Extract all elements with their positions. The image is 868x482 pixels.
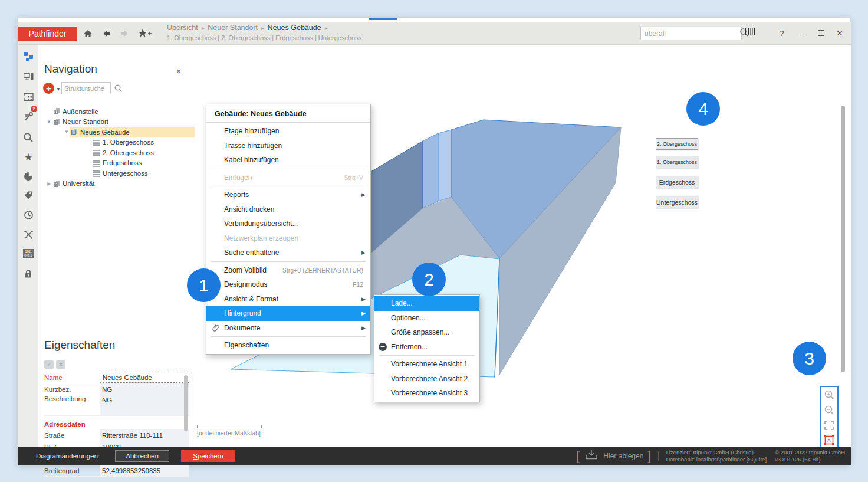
menu-item-designmodus[interactable]: ADesignmodusF12 — [206, 277, 370, 292]
property-value-input[interactable]: Neues Gebäude — [100, 372, 189, 383]
paperclip-icon — [206, 323, 224, 333]
tools-module-icon[interactable]: 2 — [18, 108, 38, 126]
add-favorite-icon[interactable] — [137, 28, 153, 38]
menu-item-zoom-vollbild[interactable]: Zoom VollbildStrg+0 (ZEHNERTASTATUR) — [206, 263, 370, 278]
tree-item-aussenstelle[interactable]: Außenstelle — [38, 106, 195, 117]
submenu-item-vorberechnete-ansicht-3[interactable]: Vorberechnete Ansicht 3 — [374, 386, 479, 401]
save-button[interactable]: Speichern — [181, 450, 235, 462]
app-logo[interactable]: Pathfinder — [18, 27, 77, 41]
floor-icon — [93, 139, 100, 146]
add-node-button[interactable]: + — [43, 83, 54, 94]
global-search-input[interactable] — [641, 29, 739, 38]
floorplan-module-icon[interactable] — [18, 88, 38, 106]
tree-item-neuer-standort[interactable]: ▼ Neuer Standort — [38, 117, 195, 127]
back-icon[interactable] — [101, 28, 113, 38]
building-icon — [70, 128, 78, 136]
property-row-strasse: Straße Ritterstraße 110-111 — [44, 429, 189, 441]
menu-item-eigenschaften[interactable]: Eigenschaften — [206, 338, 370, 353]
structure-search-input[interactable] — [62, 83, 110, 94]
menu-separator — [211, 186, 366, 186]
version-info: © 2001-2022 tripunkt GmbH v3.8.0.126 (64… — [775, 449, 845, 463]
breadcrumb-item-current[interactable]: Neues Gebäude — [268, 24, 328, 32]
drop-label: Hier ablegen — [603, 452, 643, 460]
tree-item-erdgeschoss[interactable]: Erdgeschoss — [38, 158, 195, 169]
menu-item-suche-enthaltene[interactable]: Suche enthaltene▶ — [206, 245, 370, 260]
cancel-button[interactable]: Abbrechen — [115, 450, 169, 462]
callout-marker-2: 2 — [412, 263, 446, 296]
menu-item-reports[interactable]: Reports▶ — [206, 188, 370, 202]
search-module-icon[interactable] — [18, 129, 38, 146]
menu-item-etage-hinzufuegen[interactable]: Etage hinzufügen — [206, 124, 370, 139]
property-value-input[interactable]: NG — [100, 395, 189, 415]
structure-search-icon[interactable] — [114, 84, 123, 95]
breadcrumb-floors[interactable]: 1. Obergeschoss | 2. Obergeschoss | Erdg… — [167, 34, 361, 41]
tree-item-neues-gebaeude[interactable]: ▼ Neues Gebäude — [38, 127, 195, 137]
property-row-beschreibung: Beschreibung NG — [44, 395, 189, 416]
properties-scrollbar[interactable] — [184, 375, 188, 431]
drop-zone[interactable]: [ Hier ablegen ] — [576, 449, 651, 463]
breadcrumb-item[interactable]: Neuer Standort — [208, 24, 264, 32]
submenu-item-vorberechnete-ansicht-2[interactable]: Vorberechnete Ansicht 2 — [374, 372, 479, 386]
structure-module-icon[interactable] — [18, 48, 38, 65]
close-button[interactable]: ✕ — [832, 27, 847, 40]
menu-item-dokumente[interactable]: Dokumente▶ — [206, 321, 370, 336]
property-value-input[interactable]: 52,4998853250835 — [100, 465, 189, 476]
tree-item-1-obergeschoss[interactable]: 1. Obergeschoss — [38, 137, 195, 148]
context-menu: Gebäude: Neues Gebäude Etage hinzufügen … — [206, 104, 371, 355]
restore-button[interactable] — [813, 27, 828, 40]
favorites-module-icon[interactable]: ★ — [18, 148, 38, 166]
tree-item-universitaet[interactable]: ▶ Universität — [38, 179, 195, 189]
menu-item-hintergrund[interactable]: Hintergrund▶ — [206, 306, 370, 321]
property-value-input[interactable]: NG — [100, 383, 189, 395]
zoom-in-icon[interactable] — [824, 389, 835, 403]
submenu-item-optionen[interactable]: Optionen... — [374, 311, 479, 326]
tree-expand-icon[interactable]: ▼ — [45, 119, 52, 124]
submenu-item-groesse-anpassen[interactable]: Größe anpassen... — [374, 325, 479, 340]
floor-button-2-obergeschoss[interactable]: 2. Obergeschoss — [656, 138, 698, 150]
submenu-arrow-icon: ▶ — [361, 325, 366, 331]
building-icon — [52, 118, 60, 126]
apply-properties-button[interactable]: ✓ — [44, 360, 54, 369]
network-module-icon[interactable] — [18, 225, 38, 243]
menu-item-ansicht-format[interactable]: Ansicht & Format▶ — [206, 292, 370, 307]
zoom-out-icon[interactable] — [824, 405, 835, 418]
properties-panel-title: Eigenschaften — [44, 339, 115, 352]
minimize-button[interactable]: — — [794, 27, 810, 40]
barcode-scan-icon[interactable] — [745, 28, 756, 39]
help-button[interactable]: ? — [774, 27, 790, 40]
navigation-close-icon[interactable]: ✕ — [176, 67, 182, 76]
ip-module-icon[interactable]: 192.0.0.1 — [18, 245, 38, 263]
menu-item-ansicht-drucken[interactable]: Ansicht drucken — [206, 202, 370, 217]
history-module-icon[interactable] — [18, 206, 38, 224]
workstation-module-icon[interactable] — [18, 68, 38, 86]
label-tool-icon[interactable]: A — [824, 435, 834, 448]
floor-icon — [93, 149, 100, 156]
breadcrumb-item[interactable]: Übersicht — [167, 24, 205, 32]
tree-expand-icon[interactable]: ▼ — [63, 129, 70, 135]
submenu-item-entfernen[interactable]: Entfernen... — [374, 340, 479, 355]
floor-button-1-obergeschoss[interactable]: 1. Obergeschoss — [656, 156, 698, 168]
property-value-input[interactable]: Ritterstraße 110-111 — [100, 429, 189, 441]
tree-item-untergeschoss[interactable]: Untergeschoss — [38, 168, 195, 179]
reports-module-icon[interactable] — [18, 167, 38, 185]
menu-item-trasse-hinzufuegen[interactable]: Trasse hinzufügen — [206, 139, 370, 153]
navigation-tree: Außenstelle ▼ Neuer Standort ▼ Neues Geb… — [38, 106, 195, 189]
add-node-dropdown-icon[interactable]: ▼ — [56, 87, 61, 92]
tags-module-icon[interactable] — [18, 186, 38, 204]
canvas-scrollbar[interactable] — [841, 106, 845, 372]
submenu-item-vorberechnete-ansicht-1[interactable]: Vorberechnete Ansicht 1 — [374, 357, 479, 372]
tree-item-2-obergeschoss[interactable]: 2. Obergeschoss — [38, 147, 195, 158]
notification-badge: 2 — [31, 106, 37, 112]
home-icon[interactable] — [82, 28, 94, 38]
floor-button-erdgeschoss[interactable]: Erdgeschoss — [656, 176, 698, 188]
menu-item-verbindungsuebersicht[interactable]: Verbindungsübersicht... — [206, 217, 370, 231]
tree-expand-icon[interactable]: ▶ — [45, 181, 52, 186]
forward-icon[interactable] — [119, 28, 130, 38]
tree-item-label: 1. Obergeschoss — [103, 139, 154, 146]
discard-properties-button[interactable]: ✕ — [56, 360, 65, 369]
zoom-fit-icon[interactable] — [824, 420, 834, 433]
lock-module-icon[interactable] — [18, 265, 38, 283]
floor-button-untergeschoss[interactable]: Untergeschoss — [656, 196, 698, 208]
submenu-item-lade[interactable]: Lade... — [374, 296, 479, 311]
menu-item-kabel-hinzufuegen[interactable]: Kabel hinzufügen — [206, 153, 370, 168]
